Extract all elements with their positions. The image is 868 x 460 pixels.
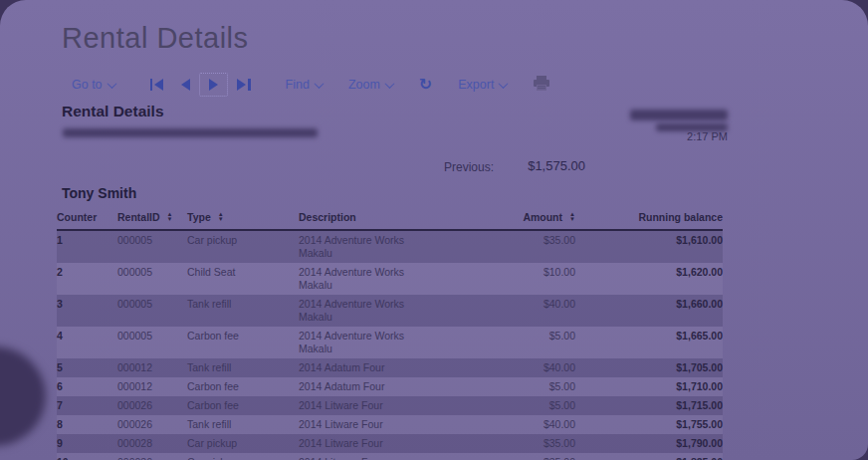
find-dropdown[interactable]: Find: [280, 74, 328, 96]
goto-dropdown[interactable]: Go to: [66, 74, 121, 96]
cell-description: 2014 Adatum Four: [299, 377, 518, 396]
cell-description: 2014 Litware Four: [299, 453, 518, 460]
sort-icon[interactable]: ▲▼: [167, 212, 173, 222]
cell-rental-id: 000005: [117, 295, 187, 327]
cell-type: Child Seat: [187, 263, 299, 295]
report-time: 2:17 PM: [628, 130, 728, 142]
find-label: Find: [286, 78, 310, 92]
last-page-button[interactable]: [228, 74, 260, 96]
cell-description: 2014 Litware Four: [299, 434, 518, 453]
cell-amount: $35.00: [518, 453, 587, 460]
redacted-subtitle: [63, 128, 318, 137]
cell-running-balance: $1,660.00: [587, 295, 723, 327]
cell-amount: $40.00: [518, 415, 587, 434]
cell-running-balance: $1,715.00: [587, 396, 723, 415]
prev-page-button[interactable]: [172, 74, 199, 96]
cell-type: Car pickup: [187, 434, 299, 453]
cell-running-balance: $1,825.00: [587, 453, 723, 460]
chevron-down-icon: [499, 79, 509, 89]
cell-amount: $35.00: [518, 230, 587, 263]
chevron-down-icon: [384, 79, 394, 89]
first-page-icon: [150, 79, 153, 91]
col-header-counter: Counter: [57, 207, 117, 230]
col-header-running-balance: Running balance: [587, 207, 723, 230]
cell-rental-id: 000012: [117, 358, 187, 377]
cell-amount: $35.00: [518, 434, 587, 453]
screenshot-stage: Rental Details Go to: [0, 0, 868, 460]
report-toolbar: Go to: [66, 72, 556, 98]
previous-value: $1,575.00: [466, 158, 585, 173]
report-viewer-card: Rental Details Go to: [0, 0, 868, 460]
prev-page-icon: [181, 79, 190, 91]
pager-controls: [141, 73, 260, 97]
print-icon: [533, 76, 550, 91]
cell-amount: $40.00: [518, 295, 587, 327]
export-dropdown[interactable]: Export: [452, 74, 513, 96]
cell-counter: 2: [57, 263, 117, 295]
table-row: 3 000005 Tank refill 2014 Adventure Work…: [57, 295, 723, 327]
cell-amount: $10.00: [518, 263, 587, 295]
cell-description: 2014 Adventure Works Makalu: [299, 263, 518, 295]
first-page-button[interactable]: [141, 74, 173, 96]
cell-amount: $5.00: [518, 327, 587, 358]
report-heading: Rental Details: [62, 103, 164, 120]
cell-description: 2014 Adatum Four: [299, 358, 518, 377]
last-page-icon: [237, 79, 246, 91]
next-page-button[interactable]: [199, 73, 228, 97]
rental-details-table: Counter RentalID ▲▼ Type ▲▼ Description: [57, 207, 723, 460]
cell-type: Tank refill: [187, 415, 299, 434]
table-header-row: Counter RentalID ▲▼ Type ▲▼ Description: [57, 207, 723, 230]
cell-type: Car pickup: [187, 230, 299, 263]
refresh-button[interactable]: ↻: [413, 77, 438, 93]
col-header-amount[interactable]: Amount ▲▼: [518, 207, 587, 230]
table-row: 1 000005 Car pickup 2014 Adventure Works…: [57, 230, 723, 263]
cell-type: Tank refill: [187, 295, 299, 327]
sort-icon[interactable]: ▲▼: [569, 212, 575, 222]
table-row: 8 000026 Tank refill 2014 Litware Four $…: [57, 415, 723, 434]
cell-type: Tank refill: [187, 358, 299, 377]
group-heading-customer: Tony Smith: [62, 185, 136, 201]
col-header-description: Description: [299, 207, 518, 230]
cell-amount: $40.00: [518, 358, 587, 377]
table-row: 4 000005 Carbon fee 2014 Adventure Works…: [57, 327, 723, 358]
cell-description: 2014 Adventure Works Makalu: [299, 327, 518, 358]
cell-running-balance: $1,665.00: [587, 327, 723, 358]
cell-counter: 7: [57, 396, 117, 415]
chevron-down-icon: [314, 79, 324, 89]
cell-description: 2014 Adventure Works Makalu: [299, 230, 518, 263]
next-page-icon: [209, 79, 218, 91]
cell-running-balance: $1,755.00: [587, 415, 723, 434]
export-label: Export: [458, 78, 494, 92]
table-row: 5 000012 Tank refill 2014 Adatum Four $4…: [57, 358, 723, 377]
zoom-dropdown[interactable]: Zoom: [342, 74, 399, 96]
cell-rental-id: 000026: [117, 415, 187, 434]
cell-description: 2014 Litware Four: [299, 396, 518, 415]
goto-label: Go to: [72, 78, 103, 92]
print-button[interactable]: [527, 74, 556, 96]
col-header-type[interactable]: Type ▲▼: [187, 207, 299, 230]
cell-description: 2014 Adventure Works Makalu: [299, 295, 518, 327]
cell-type: Carbon fee: [187, 377, 299, 396]
sort-icon[interactable]: ▲▼: [218, 212, 224, 222]
cell-counter: 6: [57, 377, 117, 396]
cell-rental-id: 000012: [117, 377, 187, 396]
table-row: 2 000005 Child Seat 2014 Adventure Works…: [57, 263, 723, 295]
cell-counter: 3: [57, 295, 117, 327]
cell-running-balance: $1,705.00: [587, 358, 723, 377]
cell-counter: 4: [57, 327, 117, 358]
table-row: 9 000028 Car pickup 2014 Litware Four $3…: [57, 434, 723, 453]
table-row: 7 000026 Carbon fee 2014 Litware Four $5…: [57, 396, 723, 415]
zoom-label: Zoom: [348, 78, 380, 92]
cell-rental-id: 000026: [117, 396, 187, 415]
cell-type: Carbon fee: [187, 396, 299, 415]
cell-counter: 5: [57, 358, 117, 377]
cell-running-balance: $1,710.00: [587, 377, 723, 396]
cell-counter: 9: [57, 434, 117, 453]
cell-counter: 10: [57, 453, 117, 460]
chevron-down-icon: [107, 79, 116, 89]
cell-description: 2014 Litware Four: [299, 415, 518, 434]
col-header-rentalid[interactable]: RentalID ▲▼: [117, 207, 187, 230]
cell-type: Carbon fee: [187, 327, 299, 358]
cell-rental-id: 000005: [117, 230, 187, 263]
cell-rental-id: 000005: [117, 327, 187, 358]
